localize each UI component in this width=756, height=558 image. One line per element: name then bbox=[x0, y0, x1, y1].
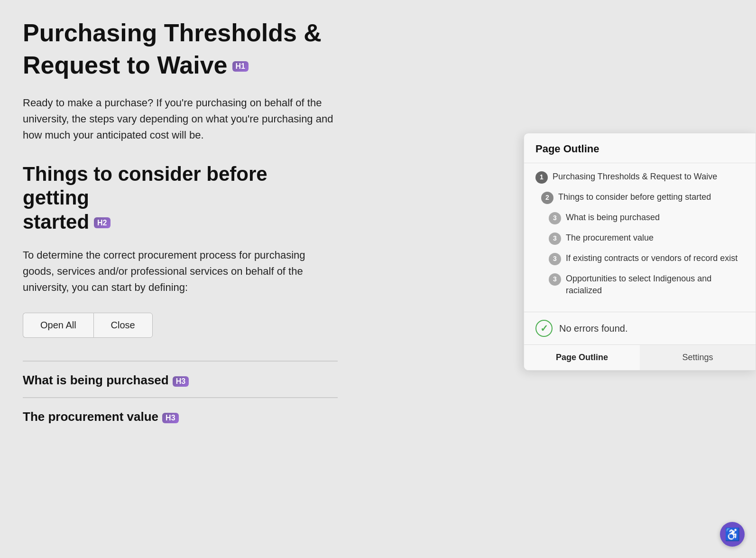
no-errors-bar: ✓ No errors found. bbox=[524, 312, 756, 344]
outline-item[interactable]: 3What is being purchased bbox=[549, 212, 744, 224]
check-circle-icon: ✓ bbox=[535, 320, 553, 337]
subsection-procurement-value: The procurement value H3 bbox=[23, 397, 338, 434]
close-button[interactable]: Close bbox=[93, 313, 153, 338]
outline-num: 3 bbox=[549, 232, 561, 245]
outline-text: Opportunities to select Indigenous and r… bbox=[566, 273, 744, 297]
outline-text: Purchasing Thresholds & Request to Waive bbox=[553, 171, 744, 183]
tab-settings[interactable]: Settings bbox=[640, 345, 756, 370]
panel-scrollable[interactable]: 1Purchasing Thresholds & Request to Waiv… bbox=[524, 163, 756, 312]
section2-body: To determine the correct procurement pro… bbox=[23, 247, 338, 296]
panel-footer-tabs: Page Outline Settings bbox=[524, 344, 756, 370]
section2-heading-line2-wrap: started H2 bbox=[23, 210, 338, 234]
outline-text: If existing contracts or vendors of reco… bbox=[566, 252, 744, 264]
outline-item[interactable]: 1Purchasing Thresholds & Request to Waiv… bbox=[535, 171, 744, 184]
page-outline-panel: Page Outline 1Purchasing Thresholds & Re… bbox=[524, 133, 756, 371]
outline-text: What is being purchased bbox=[566, 212, 744, 223]
subsection-what-purchased: What is being purchased H3 bbox=[23, 361, 338, 397]
checkmark-icon: ✓ bbox=[540, 323, 548, 334]
outline-num: 1 bbox=[535, 171, 548, 184]
page-title: Purchasing Thresholds & Request to Waive… bbox=[23, 19, 338, 80]
subsection1-title-row: What is being purchased H3 bbox=[23, 373, 338, 388]
intro-paragraph: Ready to make a purchase? If you're purc… bbox=[23, 95, 338, 143]
title-line2-text: Request to Waive bbox=[23, 51, 228, 80]
main-content: Purchasing Thresholds & Request to Waive… bbox=[0, 0, 360, 453]
h1-badge: H1 bbox=[232, 61, 249, 72]
section2-heading-line1: Things to consider before getting starte… bbox=[23, 162, 338, 234]
subsection2-title-row: The procurement value H3 bbox=[23, 409, 338, 424]
open-all-button[interactable]: Open All bbox=[23, 313, 93, 338]
outline-item[interactable]: 3If existing contracts or vendors of rec… bbox=[549, 252, 744, 265]
outline-items-container: 1Purchasing Thresholds & Request to Waiv… bbox=[535, 171, 744, 297]
outline-item[interactable]: 2Things to consider before getting start… bbox=[541, 191, 744, 204]
h2-badge: H2 bbox=[94, 217, 110, 228]
outline-num: 3 bbox=[549, 253, 561, 265]
subsection2-title-text: The procurement value bbox=[23, 409, 158, 424]
outline-item[interactable]: 3Opportunities to select Indigenous and … bbox=[549, 273, 744, 297]
accessibility-button[interactable]: ♿ bbox=[720, 522, 745, 547]
section2-heading: Things to consider before getting starte… bbox=[23, 162, 338, 234]
outline-num: 3 bbox=[549, 273, 561, 286]
subsection1-title-text: What is being purchased bbox=[23, 373, 169, 388]
title-line1: Purchasing Thresholds & bbox=[23, 19, 338, 47]
accordion-controls: Open All Close bbox=[23, 313, 338, 338]
outline-text: Things to consider before getting starte… bbox=[558, 191, 744, 203]
accessibility-icon: ♿ bbox=[725, 527, 740, 542]
outline-num: 2 bbox=[541, 192, 553, 204]
title-line2: Request to Waive H1 bbox=[23, 51, 249, 80]
outline-text: The procurement value bbox=[566, 232, 744, 244]
subsection1-h3-badge: H3 bbox=[173, 376, 189, 387]
no-errors-text: No errors found. bbox=[559, 323, 628, 334]
outline-item[interactable]: 3The procurement value bbox=[549, 232, 744, 245]
panel-header: Page Outline bbox=[524, 133, 756, 163]
outline-num: 3 bbox=[549, 212, 561, 224]
tab-page-outline[interactable]: Page Outline bbox=[524, 345, 640, 370]
subsection2-h3-badge: H3 bbox=[162, 413, 178, 423]
